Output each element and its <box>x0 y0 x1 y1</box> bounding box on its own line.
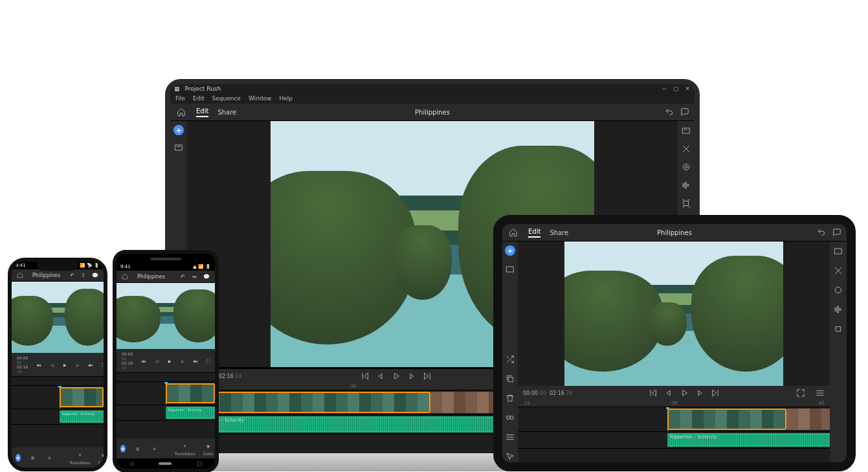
shuffle-icon[interactable] <box>504 354 516 365</box>
color-icon[interactable] <box>680 161 692 173</box>
video-clip-1[interactable] <box>195 392 430 413</box>
empty-track-top[interactable] <box>12 376 104 385</box>
play-button[interactable]: ▶ <box>60 360 69 369</box>
nav-back[interactable]: ◁ <box>129 460 133 467</box>
split-icon[interactable] <box>504 412 516 423</box>
pointer-icon[interactable] <box>504 451 516 462</box>
tool-color[interactable]: ◉Color <box>98 450 107 465</box>
go-end-button[interactable]: ⏭ <box>86 360 95 369</box>
android-timeline[interactable]: Ripperton – Echocity <box>117 372 215 438</box>
audio-clip[interactable]: Ripperton - Echocity <box>60 410 104 423</box>
go-end-button[interactable] <box>711 388 720 398</box>
audio-track[interactable]: Ripperton – Echocity <box>117 405 215 420</box>
comments-icon[interactable] <box>832 228 841 237</box>
undo-icon[interactable]: ↶ <box>181 274 185 280</box>
window-close-button[interactable]: ✕ <box>684 85 691 92</box>
home-icon[interactable] <box>507 227 519 238</box>
audio-panel-icon[interactable] <box>832 304 844 315</box>
tab-share[interactable]: Share <box>550 229 568 236</box>
empty-track-bot[interactable] <box>12 424 104 436</box>
step-back-button[interactable] <box>376 372 385 381</box>
audio-track[interactable]: Ripperton – Echocity <box>518 431 830 448</box>
go-start-button[interactable] <box>649 388 658 398</box>
play-button[interactable]: ▶ <box>165 356 174 365</box>
play-button[interactable] <box>392 372 401 381</box>
step-fwd-button[interactable]: ▷ <box>73 360 82 369</box>
iphone-timeline[interactable]: Ripperton - Echocity <box>12 376 104 447</box>
menu-icon[interactable] <box>816 388 825 398</box>
step-fwd-button[interactable] <box>695 388 704 398</box>
go-end-button[interactable] <box>423 372 432 381</box>
nav-recent[interactable]: ▢ <box>197 460 203 467</box>
video-clip-1[interactable] <box>667 409 786 430</box>
audio-clip[interactable]: Ripperton – Echocity <box>667 433 830 447</box>
step-fwd-button[interactable] <box>407 372 416 381</box>
transform-icon[interactable] <box>680 197 692 209</box>
go-start-button[interactable]: ⏮ <box>139 356 148 365</box>
step-back-button[interactable] <box>664 388 673 398</box>
tool-transitions[interactable]: ✕Transitions <box>70 450 91 465</box>
tool-color[interactable]: ◉Color <box>203 441 214 456</box>
comments-icon[interactable]: 💬 <box>92 273 98 278</box>
tab-share[interactable]: Share <box>217 109 236 116</box>
tool-tracks[interactable]: ≡ <box>150 444 159 453</box>
titles-panel-icon[interactable] <box>832 245 844 257</box>
go-start-button[interactable] <box>361 372 370 381</box>
empty-track[interactable] <box>518 448 830 462</box>
audio-track[interactable]: Ripperton - Echocity <box>12 409 104 424</box>
color-icon[interactable] <box>832 284 844 296</box>
titles-panel-icon[interactable] <box>680 125 692 137</box>
play-button[interactable] <box>680 388 689 398</box>
step-fwd-button[interactable]: ▷ <box>178 356 187 365</box>
tablet-ruler[interactable]: :15 :30 :45 <box>518 400 830 407</box>
nav-home[interactable] <box>159 462 172 465</box>
video-track[interactable] <box>12 385 104 409</box>
fullscreen-icon[interactable]: ⛶ <box>206 359 210 363</box>
share-icon[interactable]: ⇪ <box>81 273 85 278</box>
go-end-button[interactable]: ⏭ <box>191 356 200 365</box>
add-button[interactable]: + <box>16 454 21 462</box>
tool-transitions[interactable]: ✕Transitions <box>175 441 195 456</box>
tablet-timeline[interactable]: Ripperton – Echocity <box>518 407 830 462</box>
share-icon[interactable]: ⫘ <box>192 274 197 280</box>
titles-icon[interactable] <box>504 264 516 275</box>
menu-help[interactable]: Help <box>279 95 293 102</box>
transform-icon[interactable] <box>832 323 844 335</box>
window-maximize-button[interactable]: ▢ <box>673 85 679 92</box>
tracks-icon[interactable] <box>504 431 516 443</box>
home-icon[interactable] <box>122 273 128 280</box>
go-start-button[interactable]: ⏮ <box>34 360 43 369</box>
tab-edit[interactable]: Edit <box>196 107 208 117</box>
home-icon[interactable] <box>17 272 23 278</box>
titles-icon[interactable] <box>173 142 184 153</box>
video-track[interactable] <box>518 407 830 431</box>
menu-file[interactable]: File <box>175 95 185 102</box>
empty-track-top[interactable] <box>117 372 215 381</box>
comments-icon[interactable] <box>680 107 689 117</box>
undo-icon[interactable]: ↶ <box>71 273 75 278</box>
trash-icon[interactable] <box>504 392 516 404</box>
duplicate-icon[interactable] <box>504 373 516 385</box>
transitions-icon[interactable] <box>832 265 844 276</box>
step-back-button[interactable]: ◁ <box>152 356 161 365</box>
menu-window[interactable]: Window <box>249 95 272 102</box>
transitions-icon[interactable] <box>680 143 692 155</box>
add-media-button[interactable]: + <box>505 245 515 256</box>
window-minimize-button[interactable]: − <box>661 85 667 92</box>
empty-track-bot[interactable] <box>117 420 215 432</box>
step-back-button[interactable]: ◁ <box>47 360 56 369</box>
fullscreen-icon[interactable] <box>796 388 805 398</box>
video-clip-2[interactable] <box>786 409 830 430</box>
tool-tracks[interactable]: ≡ <box>45 453 54 462</box>
menu-edit[interactable]: Edit <box>193 95 204 102</box>
audio-clip[interactable]: Ripperton – Echocity <box>166 407 215 419</box>
audio-panel-icon[interactable] <box>680 179 692 191</box>
add-media-button[interactable]: + <box>173 125 184 135</box>
tool-layout[interactable]: ▥ <box>133 444 142 453</box>
video-track[interactable] <box>117 381 215 405</box>
fullscreen-icon[interactable]: ⛶ <box>102 363 106 367</box>
home-icon[interactable] <box>175 106 187 118</box>
undo-icon[interactable] <box>665 107 674 117</box>
video-clip[interactable] <box>166 383 215 403</box>
add-button[interactable]: + <box>120 445 126 453</box>
